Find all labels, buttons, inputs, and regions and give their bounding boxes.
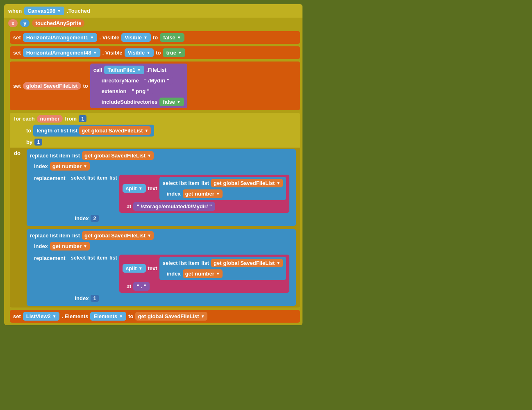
inner-select-label-1: select list item xyxy=(163,180,200,186)
visible-dropdown-1[interactable]: ▼ xyxy=(143,35,148,40)
listview2-component[interactable]: ListView2 ▼ xyxy=(23,312,60,321)
get-number-inner-2[interactable]: get number ▼ xyxy=(183,269,223,278)
get-saved-final[interactable]: get global SavedFileList ▼ xyxy=(135,312,207,321)
false-dropdown-1[interactable]: ▼ xyxy=(177,35,181,40)
include-subdirs-dropdown[interactable]: ▼ xyxy=(177,100,181,104)
when-block: when Canvas198 ▼ .Touched xyxy=(4,4,302,18)
get-saved-dropdown-r2[interactable]: ▼ xyxy=(147,233,151,238)
horiz-arr1-component[interactable]: HorizontalArrangement1 ▼ xyxy=(23,33,98,42)
elements-dropdown[interactable]: ▼ xyxy=(119,314,123,319)
final-set-block: set ListView2 ▼ . Elements Elements ▼ to… xyxy=(10,310,300,323)
call-label: call xyxy=(93,67,102,73)
visible-prop-1[interactable]: Visible ▼ xyxy=(121,33,151,42)
replace-label-2: replace list item xyxy=(30,232,70,239)
canvas-component[interactable]: Canvas198 ▼ xyxy=(24,7,64,15)
get-dropdown-inner-2[interactable]: ▼ xyxy=(276,261,280,265)
set-block-2: set HorizontalArrangement48 ▼ . Visible … xyxy=(10,46,300,59)
true-dropdown[interactable]: ▼ xyxy=(178,50,182,55)
to-label-for: to xyxy=(26,128,31,134)
get-label-inner-2: get xyxy=(214,260,222,266)
set-label-1: set xyxy=(13,34,21,41)
inner-index-label-1: index xyxy=(167,191,181,197)
get-label-nr1: get xyxy=(52,163,61,169)
at-label-2: at xyxy=(127,283,132,289)
final-set-label: set xyxy=(13,313,21,319)
block-canvas: when Canvas198 ▼ .Touched x y touchedAny… xyxy=(4,4,521,406)
true-value[interactable]: true ▼ xyxy=(163,48,185,57)
do-label-for: do xyxy=(14,149,20,156)
include-subdirs-value[interactable]: false ▼ xyxy=(159,98,184,106)
get-number-dropdown-r1[interactable]: ▼ xyxy=(83,164,87,169)
inner-select-1: select list item list get global SavedFi… xyxy=(159,177,286,200)
when-label: when xyxy=(8,8,22,14)
get-number-inner-1[interactable]: get number ▼ xyxy=(183,189,223,198)
listview2-dropdown[interactable]: ▼ xyxy=(52,314,57,319)
visible-label-1: . Visible xyxy=(99,34,119,41)
extension-value: " png " xyxy=(128,87,152,96)
at-value-1: " /storage/emulated/0/Mydir/ " xyxy=(133,202,215,211)
inner-select-label-2: select list item xyxy=(163,260,200,266)
get-saved-file-list-len[interactable]: get global SavedFileList ▼ xyxy=(79,126,151,135)
include-subdirs-label: includeSubdirectories xyxy=(102,99,158,105)
horiz-arr48-component[interactable]: HorizontalArrangement48 ▼ xyxy=(23,48,100,57)
number-pill: number xyxy=(37,115,63,123)
get-label-nr2: get xyxy=(52,243,61,249)
set-label-2: set xyxy=(13,50,21,56)
split-block-1: split ▼ text select xyxy=(119,175,289,213)
list-label-r1: list xyxy=(72,153,80,159)
param-x: x xyxy=(8,19,18,27)
index-value-s1: 2 xyxy=(91,215,98,222)
get-saved-inner-2[interactable]: get global SavedFileList ▼ xyxy=(211,259,283,267)
elements-prop[interactable]: Elements ▼ xyxy=(90,312,126,321)
split-dropdown-1[interactable]: ▼ xyxy=(139,186,143,191)
replacement-label-2: replacement xyxy=(34,253,66,261)
global-saved-file-list-pill: global SavedFileList xyxy=(23,82,81,90)
get-dropdown-inner-1[interactable]: ▼ xyxy=(276,181,280,185)
list-label-s2: list xyxy=(109,255,117,261)
split-component-2[interactable]: split ▼ xyxy=(123,264,146,273)
replacement-label-1: replacement xyxy=(34,173,66,181)
horiz-arr1-dropdown[interactable]: ▼ xyxy=(90,35,94,40)
canvas-dropdown-icon[interactable]: ▼ xyxy=(57,9,61,13)
final-to-label: to xyxy=(128,313,133,319)
to-label-2: to xyxy=(156,50,161,56)
index-label-s2: index xyxy=(75,295,89,301)
list-label-s1: list xyxy=(109,175,117,181)
get-saved-inner-1[interactable]: get global SavedFileList ▼ xyxy=(211,179,283,187)
split-dropdown-2[interactable]: ▼ xyxy=(139,266,143,271)
get-saved-dropdown-len[interactable]: ▼ xyxy=(145,128,149,133)
inner-list-label-1: list xyxy=(201,180,209,186)
param-y: y xyxy=(20,19,30,27)
to-label-3: to xyxy=(83,83,88,89)
horiz-arr48-dropdown[interactable]: ▼ xyxy=(93,50,97,55)
list-label-len: list xyxy=(70,128,78,134)
list-label-r2: list xyxy=(72,232,80,239)
inner-select-2: select list item list get global SavedFi… xyxy=(159,257,286,280)
taifun-file1-component[interactable]: TaifunFile1 ▼ xyxy=(104,66,144,74)
set-block-1: set HorizontalArrangement1 ▼ . Visible V… xyxy=(10,31,300,44)
touched-label: .Touched xyxy=(67,8,90,14)
get-number-dropdown-r2[interactable]: ▼ xyxy=(83,244,87,248)
split-component-1[interactable]: split ▼ xyxy=(123,184,146,193)
inner-list-label-2: list xyxy=(201,260,209,266)
param-touched-any-sprite: touchedAnySprite xyxy=(32,19,84,27)
inner-index-label-2: index xyxy=(167,271,181,277)
get-saved-dropdown-r1[interactable]: ▼ xyxy=(147,153,151,158)
visible-prop-2[interactable]: Visible ▼ xyxy=(125,48,154,57)
get-saved-r1[interactable]: get global SavedFileList ▼ xyxy=(82,151,154,160)
visible-dropdown-2[interactable]: ▼ xyxy=(146,50,150,55)
false-value-1[interactable]: false ▼ xyxy=(160,33,184,42)
from-value: 1 xyxy=(79,115,86,122)
get-saved-r2[interactable]: get global SavedFileList ▼ xyxy=(82,231,154,240)
select-list-label-1: select list item xyxy=(70,175,107,181)
get-saved-dropdown-final[interactable]: ▼ xyxy=(201,314,205,319)
get-label-len: get xyxy=(82,128,90,134)
taifun-dropdown[interactable]: ▼ xyxy=(137,68,141,72)
get-number-r1[interactable]: get number ▼ xyxy=(50,162,90,171)
select-list-label-2: select list item xyxy=(70,255,107,261)
elements-label: . Elements xyxy=(61,313,88,319)
replace-block-2: replace list item list get global SavedF… xyxy=(27,229,296,306)
get-number-r2[interactable]: get number ▼ xyxy=(50,242,90,251)
index-label-r1: index xyxy=(34,163,48,169)
from-label: from xyxy=(65,116,77,122)
